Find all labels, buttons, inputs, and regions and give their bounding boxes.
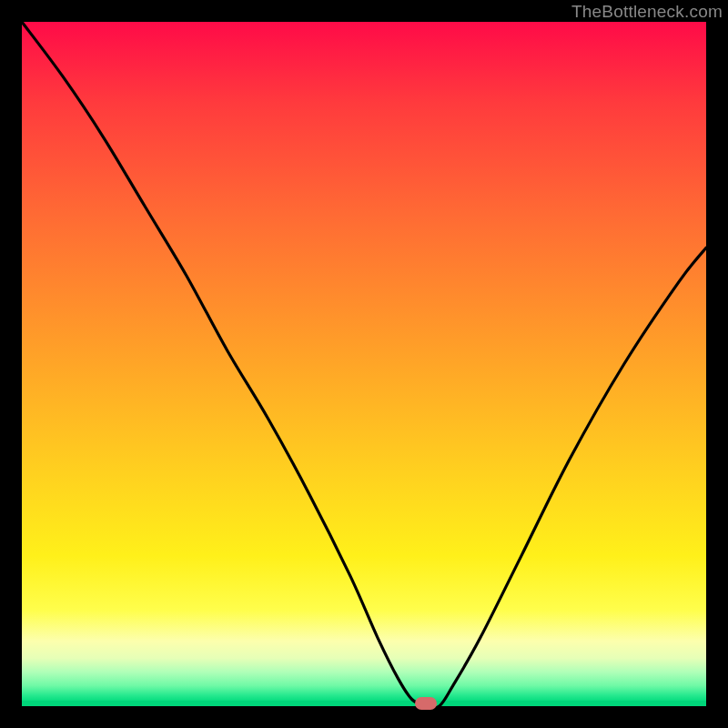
watermark-text: TheBottleneck.com xyxy=(571,2,723,22)
chart-root: TheBottleneck.com xyxy=(0,0,728,728)
bottleneck-curve xyxy=(22,22,706,706)
plot-area xyxy=(22,22,706,706)
curve-path xyxy=(22,22,706,708)
optimum-marker xyxy=(415,697,437,710)
